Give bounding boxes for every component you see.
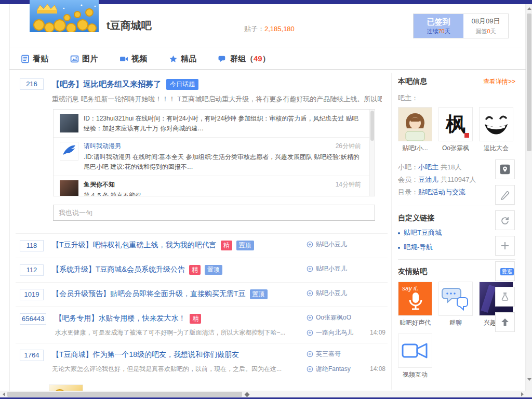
last-replier-name[interactable]: 谢绝Fantasy bbox=[316, 365, 351, 374]
bazhu-item[interactable]: 枫 Oo张霖枫 bbox=[438, 107, 473, 153]
tab-threads-label: 看贴 bbox=[33, 54, 48, 64]
posts-counter: 贴子：2,185,180 bbox=[244, 24, 295, 34]
stat-link[interactable]: 小吧主 bbox=[418, 163, 438, 171]
thread-list: 118 【T豆升级】吧特权礼包重磅上线，我为我的吧代言 精 置顶 贴吧小豆儿 1… bbox=[16, 233, 388, 391]
refresh-button[interactable] bbox=[495, 210, 515, 230]
friend-forum-icon[interactable] bbox=[438, 282, 473, 316]
tab-groups[interactable]: 群组（49） bbox=[218, 54, 270, 64]
tab-threads[interactable]: 看贴 bbox=[21, 54, 48, 64]
bazhu-avatar[interactable] bbox=[398, 107, 432, 141]
comment-scrollbar[interactable] bbox=[369, 110, 375, 196]
tab-featured[interactable]: 精品 bbox=[169, 54, 196, 64]
location-pin-button[interactable] bbox=[495, 159, 515, 179]
compose-button[interactable] bbox=[495, 185, 515, 205]
bazhu-name[interactable]: 贴吧t小... bbox=[398, 144, 432, 153]
friend-forum-icon[interactable] bbox=[398, 334, 432, 368]
posts-label: 贴子： bbox=[244, 25, 264, 33]
bazhu-avatar[interactable]: 枫 bbox=[438, 107, 473, 141]
reply-input[interactable] bbox=[53, 205, 375, 221]
stat-label: 目录： bbox=[398, 188, 418, 196]
reply-count: 656443 bbox=[20, 313, 46, 325]
reply-time: 14:08 bbox=[370, 365, 385, 373]
thread-media-thumbnail[interactable] bbox=[49, 384, 83, 391]
bazhu-list: 贴吧t小... 枫 Oo张霖枫 逗比大会 bbox=[398, 107, 515, 153]
stat-link[interactable]: 豆油儿 bbox=[418, 176, 438, 183]
thread-title-link[interactable]: 【系统升级】T豆商城&会员系统升级公告 bbox=[52, 265, 185, 274]
pinned-badge: 置顶 bbox=[250, 289, 268, 299]
comment-scroll-thumb[interactable] bbox=[370, 111, 374, 141]
bazhu-item[interactable]: 逗比大会 bbox=[479, 107, 513, 153]
comment-time: 26分钟前 bbox=[336, 142, 361, 151]
author-name[interactable]: Oo张霖枫oO bbox=[316, 313, 351, 322]
plus-icon bbox=[500, 241, 510, 251]
stat-link[interactable]: 贴吧活动与交流 bbox=[418, 188, 466, 196]
today-topic-badge: 今日话题 bbox=[166, 79, 198, 90]
commenter-avatar[interactable] bbox=[60, 114, 78, 132]
member-button[interactable]: 爱逛 bbox=[495, 261, 515, 281]
vertical-scroll-thumb[interactable] bbox=[527, 14, 531, 151]
bazhu-item[interactable]: 贴吧t小... bbox=[398, 107, 432, 153]
thread-title-link[interactable]: 【T豆商城】作为第一个18级的吧友，我想说和你们做朋友 bbox=[52, 350, 239, 360]
lab-button[interactable] bbox=[495, 287, 515, 307]
tab-images[interactable]: 图片 bbox=[70, 54, 98, 64]
thread-preview-text: 重磅消息 吧务组新一轮招聘开始啦！！！ T豆商城吧启动重大升级，将有更多有趣好玩… bbox=[52, 95, 382, 104]
thread-row: 1019 【会员升级预告】贴吧会员即将全面升级，直接购买无需T豆 置顶 贴吧小豆… bbox=[16, 282, 388, 307]
horizontal-scrollbar[interactable] bbox=[0, 391, 526, 397]
streak-days: 70 bbox=[438, 28, 444, 34]
scroll-left-arrow[interactable] bbox=[0, 391, 7, 397]
bazhu-name[interactable]: Oo张霖枫 bbox=[438, 144, 473, 153]
bazhu-avatar[interactable] bbox=[479, 107, 513, 141]
thread-row: 1764 【T豆商城】作为第一个18级的吧友，我想说和你们做朋友 无论大家怎么评… bbox=[16, 343, 388, 379]
add-button[interactable] bbox=[495, 236, 515, 256]
commenter-name[interactable]: 请叫我动漫男 bbox=[84, 142, 121, 151]
friend-forum-name[interactable]: 视频互动 bbox=[398, 370, 432, 379]
thread-title-link[interactable]: 【会员升级预告】贴吧会员即将全面升级，直接购买无需T豆 bbox=[52, 289, 246, 299]
location-pin-icon bbox=[499, 164, 511, 175]
video-icon bbox=[119, 55, 128, 63]
bazhu-name[interactable]: 逗比大会 bbox=[479, 144, 513, 153]
author-name[interactable]: 贴吧小豆儿 bbox=[316, 289, 347, 298]
comment-item: ID：123hui321hui 在线时间：有时24小时，有时24秒钟 参加组织：… bbox=[54, 110, 375, 138]
view-details-link[interactable]: 查看详情>> bbox=[483, 77, 515, 86]
red-seal bbox=[464, 133, 469, 138]
groups-suffix: ） bbox=[262, 54, 270, 63]
friend-forum-item[interactable]: 视频互动 bbox=[398, 334, 432, 379]
groups-count: 49 bbox=[254, 54, 262, 63]
commenter-avatar[interactable] bbox=[60, 142, 78, 161]
signin-status-box[interactable]: 已签到 连续70天 bbox=[414, 14, 463, 38]
scroll-up-arrow[interactable] bbox=[526, 5, 532, 12]
thread-title-link[interactable]: 【吧务专用】水贴专用楼，快来发大水！ bbox=[55, 314, 185, 323]
pinned-badge: 置顶 bbox=[236, 241, 254, 250]
thread-title-link[interactable]: 【吧务】逗比吧务组又来招募了 bbox=[52, 79, 161, 89]
featured-thread-header: 216 【吧务】逗比吧务组又来招募了 今日话题 bbox=[20, 78, 388, 90]
last-replier-name[interactable]: 一路向北鸟儿 bbox=[316, 328, 353, 337]
scroll-down-arrow[interactable] bbox=[526, 376, 532, 383]
vertical-scrollbar[interactable] bbox=[526, 4, 532, 391]
friend-forum-icon[interactable]: say it. bbox=[398, 282, 432, 316]
author-name[interactable]: 贴吧小豆儿 bbox=[316, 240, 347, 249]
commenter-name[interactable]: 鱼哭你不知 bbox=[84, 180, 115, 189]
member-tag[interactable]: 爱逛 bbox=[500, 268, 514, 275]
friend-forum-item[interactable]: 群聊 bbox=[438, 282, 473, 327]
star-icon bbox=[169, 55, 178, 63]
custom-link[interactable]: 贴吧T豆商城 bbox=[404, 229, 442, 236]
missed-prefix: 漏签 bbox=[475, 28, 487, 34]
author-name[interactable]: 贴吧小豆儿 bbox=[316, 264, 347, 273]
compose-icon bbox=[500, 190, 510, 200]
custom-link[interactable]: 吧规-导航 bbox=[404, 243, 433, 251]
horizontal-scroll-thumb[interactable] bbox=[7, 392, 242, 397]
friend-forum-name[interactable]: 群聊 bbox=[438, 318, 473, 327]
tab-videos[interactable]: 视频 bbox=[119, 54, 147, 64]
friend-forum-item[interactable]: say it. 贴吧好声代 bbox=[398, 282, 432, 327]
thread-title-link[interactable]: 【T豆升级】吧特权礼包重磅上线，我为我的吧代言 bbox=[52, 241, 217, 250]
friend-forum-name[interactable]: 贴吧好声代 bbox=[398, 318, 432, 327]
signed-button[interactable]: 已签到 bbox=[427, 17, 450, 26]
essence-badge: 精 bbox=[190, 314, 201, 324]
commenter-avatar[interactable] bbox=[60, 180, 78, 196]
scroll-right-arrow[interactable] bbox=[518, 391, 526, 397]
signin-missed: 漏签0天 bbox=[475, 28, 496, 35]
essence-badge: 精 bbox=[221, 241, 232, 250]
back-to-top-button[interactable] bbox=[495, 312, 515, 332]
stat-rest: 共18人 bbox=[441, 163, 461, 171]
author-name[interactable]: 英三嘉哥 bbox=[316, 350, 341, 358]
